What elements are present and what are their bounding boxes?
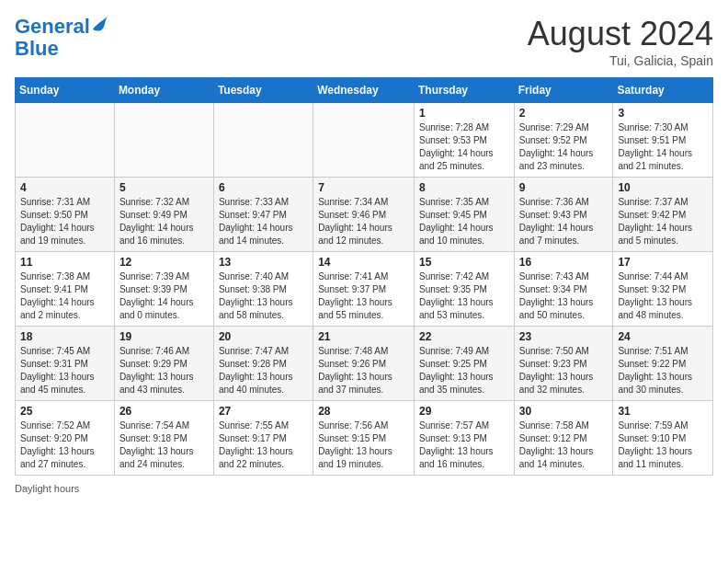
calendar-cell	[313, 103, 415, 178]
calendar-header-tuesday: Tuesday	[213, 78, 313, 103]
location-subtitle: Tui, Galicia, Spain	[528, 53, 713, 68]
day-info: Sunrise: 7:34 AM Sunset: 9:46 PM Dayligh…	[318, 196, 409, 247]
calendar-header-thursday: Thursday	[414, 78, 514, 103]
calendar-cell	[114, 103, 213, 178]
calendar-header-sunday: Sunday	[16, 78, 115, 103]
page-header: General Blue August 2024 Tui, Galicia, S…	[15, 15, 713, 68]
calendar-cell: 18Sunrise: 7:45 AM Sunset: 9:31 PM Dayli…	[16, 327, 115, 401]
day-number: 11	[20, 256, 109, 269]
day-number: 1	[419, 107, 509, 120]
calendar-week-2: 4Sunrise: 7:31 AM Sunset: 9:50 PM Daylig…	[16, 178, 713, 252]
calendar-week-3: 11Sunrise: 7:38 AM Sunset: 9:41 PM Dayli…	[16, 252, 713, 327]
day-info: Sunrise: 7:41 AM Sunset: 9:37 PM Dayligh…	[318, 270, 409, 322]
day-info: Sunrise: 7:43 AM Sunset: 9:34 PM Dayligh…	[519, 270, 609, 322]
day-number: 22	[419, 330, 509, 343]
day-info: Sunrise: 7:33 AM Sunset: 9:47 PM Dayligh…	[219, 196, 308, 247]
logo: General Blue	[15, 15, 108, 60]
day-info: Sunrise: 7:46 AM Sunset: 9:29 PM Dayligh…	[119, 345, 209, 396]
calendar-week-5: 25Sunrise: 7:52 AM Sunset: 9:20 PM Dayli…	[16, 401, 713, 476]
day-number: 28	[318, 405, 409, 418]
day-info: Sunrise: 7:59 AM Sunset: 9:10 PM Dayligh…	[618, 419, 708, 471]
day-info: Sunrise: 7:28 AM Sunset: 9:53 PM Dayligh…	[419, 121, 509, 173]
calendar-header-friday: Friday	[514, 78, 613, 103]
calendar-cell: 17Sunrise: 7:44 AM Sunset: 9:32 PM Dayli…	[613, 252, 713, 327]
calendar-cell: 24Sunrise: 7:51 AM Sunset: 9:22 PM Dayli…	[613, 327, 713, 401]
day-number: 17	[618, 256, 708, 269]
day-number: 5	[119, 181, 209, 194]
day-info: Sunrise: 7:58 AM Sunset: 9:12 PM Dayligh…	[519, 419, 609, 471]
day-number: 14	[318, 256, 409, 269]
day-info: Sunrise: 7:56 AM Sunset: 9:15 PM Dayligh…	[318, 419, 409, 471]
calendar-header-monday: Monday	[114, 78, 213, 103]
day-info: Sunrise: 7:39 AM Sunset: 9:39 PM Dayligh…	[119, 270, 209, 322]
calendar-cell	[213, 103, 313, 178]
day-info: Sunrise: 7:45 AM Sunset: 9:31 PM Dayligh…	[20, 345, 109, 396]
calendar-cell: 26Sunrise: 7:54 AM Sunset: 9:18 PM Dayli…	[114, 401, 213, 476]
day-number: 12	[119, 256, 209, 269]
day-number: 25	[20, 405, 109, 418]
day-info: Sunrise: 7:37 AM Sunset: 9:42 PM Dayligh…	[618, 196, 708, 247]
day-number: 2	[519, 107, 609, 120]
day-number: 31	[618, 405, 708, 418]
day-number: 24	[618, 330, 708, 343]
calendar-cell: 12Sunrise: 7:39 AM Sunset: 9:39 PM Dayli…	[114, 252, 213, 327]
day-number: 3	[618, 107, 708, 120]
day-info: Sunrise: 7:30 AM Sunset: 9:51 PM Dayligh…	[618, 121, 708, 173]
calendar-cell: 2Sunrise: 7:29 AM Sunset: 9:52 PM Daylig…	[514, 103, 613, 178]
day-info: Sunrise: 7:44 AM Sunset: 9:32 PM Dayligh…	[618, 270, 708, 322]
day-number: 18	[20, 330, 109, 343]
day-info: Sunrise: 7:35 AM Sunset: 9:45 PM Dayligh…	[419, 196, 509, 247]
day-info: Sunrise: 7:29 AM Sunset: 9:52 PM Dayligh…	[519, 121, 609, 173]
day-info: Sunrise: 7:52 AM Sunset: 9:20 PM Dayligh…	[20, 419, 109, 471]
day-number: 6	[219, 181, 308, 194]
day-number: 9	[519, 181, 609, 194]
day-number: 4	[20, 181, 109, 194]
month-title: August 2024	[528, 15, 713, 53]
day-info: Sunrise: 7:42 AM Sunset: 9:35 PM Dayligh…	[419, 270, 509, 322]
calendar-cell: 1Sunrise: 7:28 AM Sunset: 9:53 PM Daylig…	[414, 103, 514, 178]
calendar-cell	[16, 103, 115, 178]
day-info: Sunrise: 7:51 AM Sunset: 9:22 PM Dayligh…	[618, 345, 708, 396]
daylight-label: Daylight hours	[15, 483, 79, 494]
calendar-table: SundayMondayTuesdayWednesdayThursdayFrid…	[15, 77, 713, 476]
day-number: 23	[519, 330, 609, 343]
day-number: 15	[419, 256, 509, 269]
calendar-cell: 21Sunrise: 7:48 AM Sunset: 9:26 PM Dayli…	[313, 327, 415, 401]
day-info: Sunrise: 7:57 AM Sunset: 9:13 PM Dayligh…	[419, 419, 509, 471]
calendar-cell: 5Sunrise: 7:32 AM Sunset: 9:49 PM Daylig…	[114, 178, 213, 252]
calendar-cell: 4Sunrise: 7:31 AM Sunset: 9:50 PM Daylig…	[16, 178, 115, 252]
day-number: 20	[219, 330, 308, 343]
calendar-cell: 20Sunrise: 7:47 AM Sunset: 9:28 PM Dayli…	[213, 327, 313, 401]
calendar-cell: 30Sunrise: 7:58 AM Sunset: 9:12 PM Dayli…	[514, 401, 613, 476]
logo-bird-icon	[91, 13, 108, 33]
day-number: 19	[119, 330, 209, 343]
calendar-cell: 8Sunrise: 7:35 AM Sunset: 9:45 PM Daylig…	[414, 178, 514, 252]
calendar-cell: 3Sunrise: 7:30 AM Sunset: 9:51 PM Daylig…	[613, 103, 713, 178]
calendar-cell: 10Sunrise: 7:37 AM Sunset: 9:42 PM Dayli…	[613, 178, 713, 252]
calendar-week-4: 18Sunrise: 7:45 AM Sunset: 9:31 PM Dayli…	[16, 327, 713, 401]
calendar-cell: 27Sunrise: 7:55 AM Sunset: 9:17 PM Dayli…	[213, 401, 313, 476]
day-number: 27	[219, 405, 308, 418]
day-number: 29	[419, 405, 509, 418]
day-info: Sunrise: 7:55 AM Sunset: 9:17 PM Dayligh…	[219, 419, 308, 471]
day-number: 21	[318, 330, 409, 343]
day-info: Sunrise: 7:50 AM Sunset: 9:23 PM Dayligh…	[519, 345, 609, 396]
calendar-cell: 31Sunrise: 7:59 AM Sunset: 9:10 PM Dayli…	[613, 401, 713, 476]
day-number: 16	[519, 256, 609, 269]
logo-blue: Blue	[15, 37, 59, 60]
calendar-header-row: SundayMondayTuesdayWednesdayThursdayFrid…	[16, 78, 713, 103]
calendar-cell: 28Sunrise: 7:56 AM Sunset: 9:15 PM Dayli…	[313, 401, 415, 476]
calendar-cell: 13Sunrise: 7:40 AM Sunset: 9:38 PM Dayli…	[213, 252, 313, 327]
calendar-cell: 15Sunrise: 7:42 AM Sunset: 9:35 PM Dayli…	[414, 252, 514, 327]
calendar-cell: 7Sunrise: 7:34 AM Sunset: 9:46 PM Daylig…	[313, 178, 415, 252]
day-number: 10	[618, 181, 708, 194]
calendar-cell: 11Sunrise: 7:38 AM Sunset: 9:41 PM Dayli…	[16, 252, 115, 327]
calendar-cell: 23Sunrise: 7:50 AM Sunset: 9:23 PM Dayli…	[514, 327, 613, 401]
day-info: Sunrise: 7:31 AM Sunset: 9:50 PM Dayligh…	[20, 196, 109, 247]
day-number: 8	[419, 181, 509, 194]
footer-note: Daylight hours	[15, 483, 713, 494]
logo-general: General	[15, 15, 90, 38]
day-number: 30	[519, 405, 609, 418]
day-info: Sunrise: 7:32 AM Sunset: 9:49 PM Dayligh…	[119, 196, 209, 247]
day-info: Sunrise: 7:38 AM Sunset: 9:41 PM Dayligh…	[20, 270, 109, 322]
